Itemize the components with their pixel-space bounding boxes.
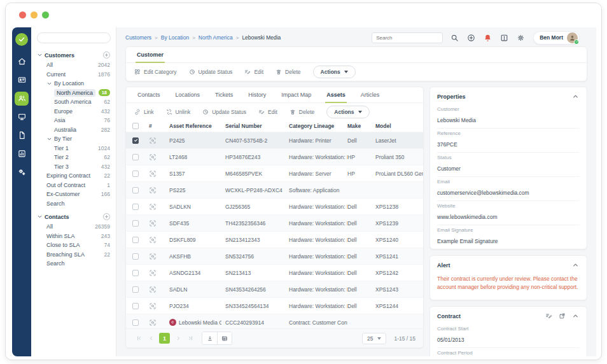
- table-row[interactable]: DSKFL809SN213412343Hardware: Workstation…: [126, 231, 423, 248]
- customer-edit-button[interactable]: Edit: [244, 69, 263, 75]
- breadcrumb-item[interactable]: Customers: [125, 34, 151, 41]
- rail-item-reports[interactable]: [12, 144, 31, 163]
- tab-assets[interactable]: Assets: [326, 87, 345, 102]
- sidebar-item-contacts[interactable]: Contacts: [31, 211, 116, 222]
- customer-actions-button[interactable]: Actions: [313, 66, 356, 78]
- sidebar-item-ex-customer[interactable]: Ex-Customer166: [31, 190, 116, 199]
- settings-icon[interactable]: [516, 33, 526, 43]
- assets-update-status-button[interactable]: Update Status: [202, 109, 246, 115]
- tab-history[interactable]: History: [248, 87, 266, 102]
- tab-contacts[interactable]: Contacts: [137, 87, 160, 102]
- page-size-select[interactable]: 25: [362, 333, 386, 344]
- scan-asset-icon[interactable]: [149, 203, 169, 211]
- breadcrumb-item[interactable]: Lebowski Media: [242, 34, 281, 41]
- table-row[interactable]: PJO234SN334524564134Hardware: Workstatio…: [126, 297, 423, 314]
- rail-item-contacts[interactable]: [12, 71, 31, 89]
- app-logo[interactable]: [15, 33, 28, 46]
- row-checkbox[interactable]: [132, 303, 139, 309]
- sidebar-item-by-tier[interactable]: By Tier: [31, 134, 116, 144]
- sidebar-item-north-america[interactable]: North America18: [31, 88, 116, 98]
- row-checkbox[interactable]: [132, 154, 139, 160]
- sidebar-item-all[interactable]: All26359: [31, 222, 116, 232]
- sidebar-item-current[interactable]: Current1876: [31, 70, 116, 80]
- scan-asset-icon[interactable]: [149, 236, 169, 244]
- breadcrumb-item[interactable]: By Location: [161, 34, 189, 41]
- row-checkbox[interactable]: [132, 187, 139, 193]
- rail-item-home[interactable]: [12, 52, 31, 71]
- sidebar-item-tier-3[interactable]: Tier 3432: [31, 162, 116, 172]
- sidebar-item-customers[interactable]: Customers: [31, 50, 116, 60]
- tab-tickets[interactable]: Tickets: [215, 87, 233, 102]
- scan-asset-icon[interactable]: [149, 286, 169, 293]
- sidebar-item-by-location[interactable]: By Location: [31, 79, 116, 88]
- row-checkbox[interactable]: [132, 319, 139, 326]
- user-menu[interactable]: Ben Mort: [533, 31, 580, 45]
- next-page-button[interactable]: [173, 333, 183, 344]
- sidebar-item-search[interactable]: Search: [31, 259, 116, 269]
- search-icon[interactable]: [450, 33, 459, 43]
- row-checkbox[interactable]: [132, 137, 139, 144]
- sidebar-item-all[interactable]: All2042: [31, 60, 116, 70]
- first-page-button[interactable]: [134, 333, 144, 344]
- table-row[interactable]: SADLKNGJ256365Hardware: Workstation: Des…: [126, 198, 423, 214]
- alerts-icon[interactable]: [499, 33, 509, 43]
- column-settings-icon[interactable]: [217, 332, 232, 344]
- sidebar-search-input[interactable]: [37, 32, 111, 43]
- add-icon[interactable]: [103, 213, 110, 220]
- customer-update-status-button[interactable]: Update Status: [189, 69, 233, 75]
- sidebar-item-australia[interactable]: Australia282: [31, 125, 116, 135]
- row-checkbox[interactable]: [132, 237, 139, 243]
- open-contract-icon[interactable]: [559, 312, 566, 320]
- assets-unlink-button[interactable]: Unlink: [166, 109, 191, 115]
- edit-contract-icon[interactable]: [545, 312, 553, 320]
- assets-actions-button[interactable]: Actions: [326, 106, 369, 118]
- sidebar-item-tier-1[interactable]: Tier 11024: [31, 144, 116, 153]
- sidebar-item-breaching-sla[interactable]: Breaching SLA22: [31, 250, 116, 260]
- customer-delete-button[interactable]: Delete: [276, 69, 301, 75]
- scan-asset-icon[interactable]: [149, 269, 169, 277]
- search-input[interactable]: [372, 32, 443, 43]
- assets-edit-button[interactable]: Edit: [258, 109, 277, 115]
- scan-asset-icon[interactable]: [149, 186, 169, 194]
- table-row[interactable]: P2425CN407-53754B-2Hardware: PrinterDell…: [126, 132, 423, 148]
- sidebar-item-asia[interactable]: Asia76: [31, 116, 116, 125]
- sidebar-item-expiring-contract[interactable]: Expiring Contract22: [31, 171, 116, 181]
- table-row[interactable]: S1357M646585PVEKHardware: ServerHPProLia…: [126, 165, 423, 181]
- sidebar-item-close-to-sla[interactable]: Close to SLA74: [31, 241, 116, 250]
- table-row[interactable]: PS225WCXKL-PP248-ADXC4Software: Applicat…: [126, 181, 423, 198]
- tab-articles[interactable]: Articles: [361, 87, 380, 102]
- download-icon[interactable]: [202, 332, 217, 344]
- table-row[interactable]: SDF435TH42352356346Hardware: Workstation…: [126, 214, 423, 231]
- scan-asset-icon[interactable]: [149, 319, 169, 326]
- scan-asset-icon[interactable]: [149, 302, 169, 310]
- add-icon[interactable]: [466, 33, 476, 43]
- sidebar-item-south-america[interactable]: South America62: [31, 97, 116, 107]
- previous-page-button[interactable]: [146, 333, 156, 344]
- row-checkbox[interactable]: [132, 270, 139, 276]
- select-all-checkbox[interactable]: [132, 123, 139, 129]
- breadcrumb-item[interactable]: North America: [199, 34, 233, 41]
- sidebar-item-search[interactable]: Search: [31, 199, 116, 209]
- row-checkbox[interactable]: [132, 253, 139, 260]
- row-checkbox[interactable]: [132, 171, 139, 177]
- rail-item-documents[interactable]: [12, 126, 31, 144]
- table-row[interactable]: AKSFHBSN5324756Hardware: Workstation: De…: [126, 248, 423, 264]
- scan-asset-icon[interactable]: [149, 153, 169, 161]
- rail-item-configuration[interactable]: [12, 163, 31, 181]
- sidebar-item-tier-2[interactable]: Tier 262: [31, 153, 116, 162]
- scan-asset-icon[interactable]: [149, 170, 169, 178]
- window-minimize-button[interactable]: [31, 11, 38, 18]
- tab-impact-map[interactable]: Impact Map: [281, 87, 311, 102]
- table-row[interactable]: SADLNSN43534264256Hardware: Workstation:…: [126, 281, 423, 297]
- sidebar-item-europe[interactable]: Europe432: [31, 107, 116, 116]
- tab-customer[interactable]: Customer: [137, 47, 164, 62]
- table-row[interactable]: Lebowski Media ContrCCC240293914Contract…: [126, 314, 423, 328]
- scan-asset-icon[interactable]: [149, 137, 169, 144]
- row-checkbox[interactable]: [132, 204, 139, 210]
- collapse-alert-icon[interactable]: [572, 262, 580, 269]
- row-checkbox[interactable]: [132, 220, 139, 227]
- rail-item-customers[interactable]: [12, 89, 31, 108]
- current-page-button[interactable]: 1: [159, 333, 170, 344]
- sidebar-item-within-sla[interactable]: Within SLA243: [31, 232, 116, 241]
- window-maximize-button[interactable]: [42, 11, 49, 18]
